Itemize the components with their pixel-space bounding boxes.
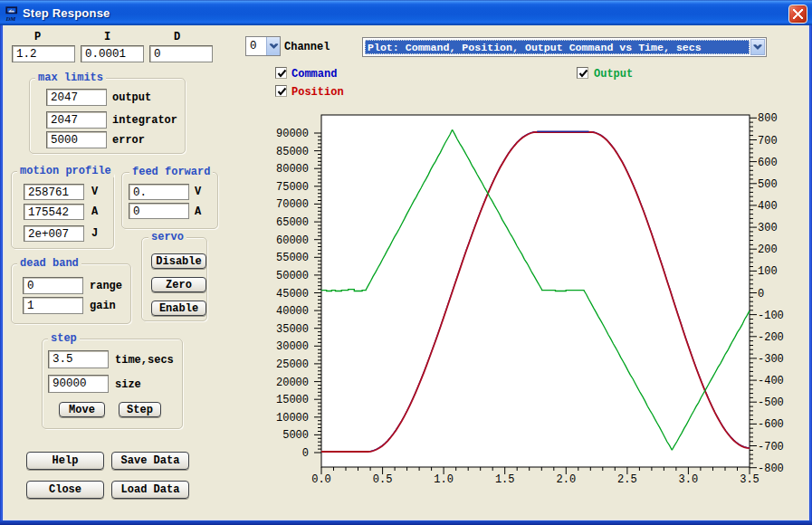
svg-text:0.5: 0.5 <box>373 473 393 486</box>
svg-text:1.0: 1.0 <box>434 473 454 486</box>
svg-text:500: 500 <box>758 178 778 191</box>
svg-text:10000: 10000 <box>276 412 309 425</box>
svg-text:300: 300 <box>758 222 778 234</box>
svg-text:-300: -300 <box>758 353 784 366</box>
svg-text:-800: -800 <box>758 463 784 475</box>
svg-text:3.0: 3.0 <box>679 473 699 486</box>
svg-text:3.5: 3.5 <box>740 473 759 486</box>
svg-text:0: 0 <box>302 447 309 460</box>
svg-text:0: 0 <box>758 288 764 301</box>
svg-text:2.5: 2.5 <box>617 473 637 486</box>
svg-text:-500: -500 <box>758 396 784 409</box>
svg-text:35000: 35000 <box>276 323 309 336</box>
svg-text:15000: 15000 <box>276 394 309 406</box>
svg-text:85000: 85000 <box>276 146 309 158</box>
svg-text:700: 700 <box>758 135 778 148</box>
svg-text:25000: 25000 <box>276 358 309 371</box>
svg-text:55000: 55000 <box>276 252 309 264</box>
svg-text:50000: 50000 <box>276 270 309 282</box>
svg-text:-700: -700 <box>758 441 784 453</box>
svg-text:5000: 5000 <box>282 429 309 442</box>
svg-text:60000: 60000 <box>276 234 309 247</box>
svg-text:45000: 45000 <box>276 288 309 301</box>
svg-text:-400: -400 <box>758 375 784 387</box>
svg-text:200: 200 <box>758 243 778 256</box>
svg-text:0.0: 0.0 <box>311 473 331 486</box>
svg-text:-100: -100 <box>758 310 784 322</box>
svg-text:-200: -200 <box>758 331 784 344</box>
svg-text:65000: 65000 <box>276 216 309 229</box>
svg-text:2.0: 2.0 <box>556 473 576 486</box>
svg-text:400: 400 <box>758 200 778 213</box>
svg-text:30000: 30000 <box>276 340 309 353</box>
svg-text:75000: 75000 <box>276 181 309 194</box>
svg-text:40000: 40000 <box>276 305 309 318</box>
svg-text:20000: 20000 <box>276 377 309 389</box>
svg-text:600: 600 <box>758 157 778 169</box>
svg-text:-600: -600 <box>758 418 784 431</box>
svg-text:90000: 90000 <box>276 128 309 140</box>
svg-text:70000: 70000 <box>276 198 309 211</box>
svg-text:1.5: 1.5 <box>495 473 515 486</box>
svg-text:800: 800 <box>758 112 778 125</box>
svg-text:80000: 80000 <box>276 163 309 176</box>
svg-text:100: 100 <box>758 265 778 278</box>
